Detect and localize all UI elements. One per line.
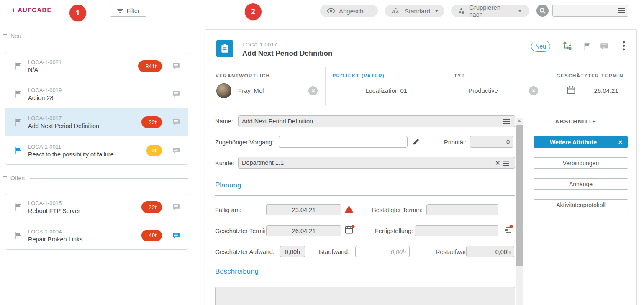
due-date-input[interactable]: [266, 204, 341, 215]
group-by-dropdown[interactable]: Gruppieren nach: [451, 5, 529, 17]
task-title: Add Next Period Definition: [28, 123, 99, 129]
detail-attributes-row: VERANTWORTLICH Fray, Mel ✕ PROJEKT (VATE…: [205, 67, 636, 105]
search-icon: [539, 7, 546, 14]
remaining-effort-input[interactable]: [466, 246, 514, 257]
note-icon[interactable]: [600, 42, 610, 52]
flag-icon[interactable]: [14, 90, 23, 98]
sort-dropdown[interactable]: AZ Standard: [385, 5, 444, 17]
task-group-offen: LOCA-1-0015 Reboot FTP Server -22t LOCA-…: [5, 193, 188, 250]
remove-icon[interactable]: ✕: [308, 86, 318, 95]
detail-task-title: Add Next Period Definition: [242, 49, 332, 58]
search-button[interactable]: [536, 5, 549, 17]
collapse-icon: [3, 34, 7, 35]
task-row[interactable]: LOCA-1-0011 React to the possibility of …: [5, 136, 188, 164]
completion-input[interactable]: [415, 225, 498, 236]
close-icon[interactable]: ✕: [613, 137, 628, 147]
show-completed-toggle[interactable]: Abgeschl.: [320, 5, 378, 17]
section-button-weitere-attribute[interactable]: Weitere Attribute ✕: [534, 136, 628, 148]
filter-button[interactable]: Filter: [110, 5, 146, 17]
group-by-label: Gruppieren nach: [469, 4, 513, 18]
step-2-badge: 2: [245, 3, 262, 20]
progress-steps-alert-icon[interactable]: [503, 224, 513, 235]
kebab-menu-icon[interactable]: [619, 41, 629, 51]
confirmed-date-label: Bestätigter Termin:: [372, 207, 423, 213]
days-badge: 3t: [146, 145, 162, 156]
calendar-alert-icon[interactable]: [344, 224, 355, 235]
section-header-offen[interactable]: Offen: [3, 175, 188, 182]
group-by-icon: [458, 7, 465, 15]
task-texts: LOCA-1-0004 Repair Broken Links: [28, 228, 83, 243]
scroll-up-arrow-icon[interactable]: [518, 120, 521, 122]
task-texts: LOCA-1-0021 N/A: [28, 59, 62, 73]
description-textarea[interactable]: [215, 287, 515, 305]
remove-icon[interactable]: ✕: [529, 86, 538, 95]
priority-input[interactable]: [470, 136, 513, 148]
flag-icon[interactable]: [14, 203, 23, 211]
section-button-aktivitaetenprotokoll[interactable]: Aktivitätenprotokoll: [534, 199, 628, 210]
confirmed-date-input[interactable]: [426, 204, 498, 215]
note-icon[interactable]: [172, 231, 180, 240]
menu-icon[interactable]: [503, 160, 510, 167]
due-date-label: Fällig am:: [215, 207, 241, 213]
name-input[interactable]: [238, 115, 515, 127]
related-task-label: Zugehöriger Vorgang:: [215, 139, 274, 146]
section-button-verbindungen[interactable]: Verbindungen: [534, 157, 628, 169]
task-title: Repair Broken Links: [28, 236, 83, 243]
attr-estimated-date: GESCHÄTZTER TERMIN 26.04.21: [549, 67, 636, 105]
calendar-icon[interactable]: [566, 85, 576, 95]
flag-icon[interactable]: [583, 42, 593, 52]
note-icon[interactable]: [172, 203, 180, 211]
name-label: Name:: [215, 118, 233, 125]
filter-label: Filter: [126, 8, 139, 14]
detail-header: LOCA-1-0017 Add Next Period Definition N…: [205, 30, 636, 67]
eye-icon: [327, 7, 335, 15]
sort-selected-label: Standard: [405, 8, 430, 15]
task-row[interactable]: LOCA-1-0021 N/A -841t: [5, 52, 188, 80]
task-title: Reboot FTP Server: [28, 208, 80, 214]
section-label: Offen: [10, 175, 25, 182]
section-button-anhaenge[interactable]: Anhänge: [534, 178, 628, 190]
flag-icon[interactable]: [14, 146, 23, 155]
menu-icon[interactable]: [618, 8, 625, 14]
task-row[interactable]: LOCA-1-0019 Action 28: [5, 80, 188, 108]
chevron-down-icon: [517, 9, 523, 13]
note-icon[interactable]: [172, 146, 180, 155]
task-row[interactable]: LOCA-1-0004 Repair Broken Links -49t: [5, 221, 188, 249]
task-title: Action 28: [28, 95, 62, 101]
detail-task-id: LOCA-1-0017: [242, 41, 277, 48]
customer-input[interactable]: [238, 157, 515, 169]
edit-pencil-icon[interactable]: [412, 137, 421, 146]
estimated-date-input[interactable]: [266, 225, 341, 236]
related-task-input[interactable]: [279, 136, 408, 148]
clear-icon[interactable]: ✕: [495, 159, 500, 167]
task-id: LOCA-1-0021: [28, 59, 62, 65]
filter-icon: [117, 8, 123, 14]
attr-label: TYP: [454, 73, 465, 78]
task-id: LOCA-1-0004: [28, 228, 83, 235]
flag-icon[interactable]: [14, 62, 23, 70]
estimated-effort-input[interactable]: [280, 246, 305, 257]
status-badge[interactable]: Neu: [531, 41, 550, 52]
flag-icon[interactable]: [14, 231, 23, 240]
search-input[interactable]: [552, 5, 628, 17]
task-id: LOCA-1-0011: [28, 144, 114, 150]
actual-effort-label: Istaufwand:: [318, 249, 349, 255]
avatar[interactable]: [216, 83, 231, 98]
add-task-button[interactable]: + AUFGABE: [12, 7, 51, 13]
note-icon[interactable]: [172, 90, 180, 98]
section-header-neu[interactable]: Neu: [3, 33, 188, 39]
workflow-transition-icon[interactable]: [562, 41, 572, 51]
form-scrollbar[interactable]: [516, 118, 523, 305]
note-icon[interactable]: [172, 118, 180, 126]
menu-icon[interactable]: [503, 118, 510, 125]
scrollbar-thumb[interactable]: [516, 125, 523, 266]
actual-effort-input[interactable]: [355, 246, 410, 257]
task-row-selected[interactable]: LOCA-1-0017 Add Next Period Definition -…: [5, 108, 188, 136]
attr-value[interactable]: Localization 01: [326, 87, 446, 94]
flag-icon[interactable]: [14, 118, 23, 126]
task-row[interactable]: LOCA-1-0015 Reboot FTP Server -22t: [5, 193, 188, 221]
svg-text:A: A: [392, 8, 395, 14]
attr-label: PROJEKT (VATER): [332, 73, 385, 78]
step-1-badge: 1: [69, 5, 86, 21]
note-icon[interactable]: [172, 62, 180, 70]
